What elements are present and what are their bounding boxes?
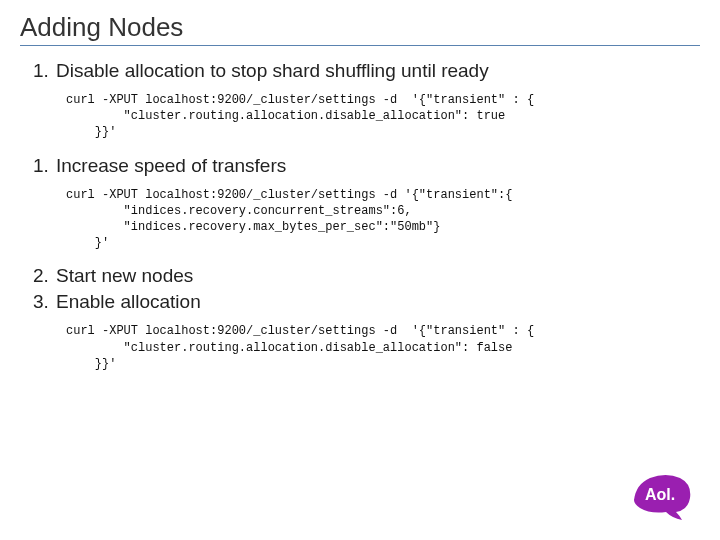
aol-logo: Aol. — [632, 470, 702, 526]
step-list-b: Increase speed of transfers — [20, 155, 700, 177]
step-list-c: Start new nodes Enable allocation — [20, 265, 700, 313]
step-list-a: Disable allocation to stop shard shuffli… — [20, 60, 700, 82]
code-enable-allocation: curl -XPUT localhost:9200/_cluster/setti… — [66, 323, 700, 372]
step-start-nodes: Start new nodes — [54, 265, 700, 287]
code-disable-allocation: curl -XPUT localhost:9200/_cluster/setti… — [66, 92, 700, 141]
step-increase-speed: Increase speed of transfers — [54, 155, 700, 177]
page-title: Adding Nodes — [20, 12, 700, 46]
aol-logo-text: Aol. — [645, 486, 675, 503]
code-increase-speed: curl -XPUT localhost:9200/_cluster/setti… — [66, 187, 700, 252]
step-enable-allocation: Enable allocation — [54, 291, 700, 313]
step-disable-allocation: Disable allocation to stop shard shuffli… — [54, 60, 700, 82]
